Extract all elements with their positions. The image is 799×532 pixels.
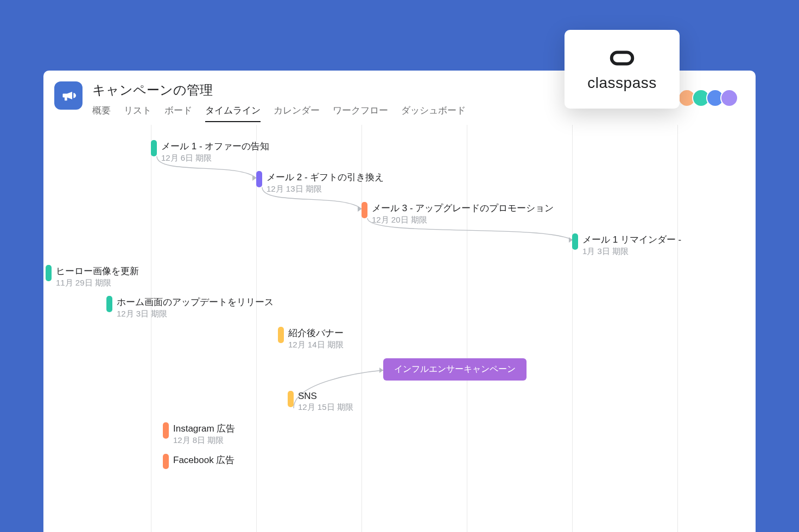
task-text: Facebook 広告: [173, 454, 234, 466]
task-instagram-ads[interactable]: Instagram 広告 12月 8日 期限: [163, 422, 235, 446]
gridline: [467, 125, 467, 532]
tab-list[interactable]: リスト: [124, 104, 151, 122]
task-pill: [256, 171, 262, 187]
task-date: 11月 29日 期限: [56, 278, 139, 288]
gridline: [572, 125, 573, 532]
task-date: 12月 6日 期限: [161, 153, 269, 163]
svg-marker-0: [252, 175, 256, 181]
app-window: キャンペーンの管理 概要 リスト ボード タイムライン カレンダー ワークフロー…: [43, 71, 756, 532]
task-home-update[interactable]: ホーム画面のアップデートをリリース 12月 3日 期限: [106, 296, 274, 319]
task-title: メール 1 リマインダー -: [582, 233, 681, 246]
tab-workflow[interactable]: ワークフロー: [333, 104, 388, 122]
task-title: 紹介後バナー: [288, 327, 344, 339]
task-mail-1[interactable]: メール 1 - オファーの告知 12月 6日 期限: [151, 140, 269, 163]
task-text: メール 2 - ギフトの引き換え 12月 13日 期限: [267, 171, 384, 194]
task-date: 12月 15日 期限: [298, 402, 353, 413]
tab-timeline[interactable]: タイムライン: [205, 104, 261, 122]
task-mail-1-reminder[interactable]: メール 1 リマインダー - 1月 3日 期限: [572, 233, 681, 257]
task-title: ホーム画面のアップデートをリリース: [117, 296, 274, 308]
tab-board[interactable]: ボード: [164, 104, 192, 122]
task-title: インフルエンサーキャンペーン: [394, 364, 516, 373]
task-title: メール 1 - オファーの告知: [161, 140, 269, 153]
gridline: [677, 125, 678, 532]
task-title: SNS: [298, 391, 353, 402]
task-text: メール 3 - アップグレードのプロモーション 12月 20日 期限: [372, 202, 554, 225]
megaphone-icon: [61, 88, 76, 103]
project-icon-megaphone: [54, 81, 83, 110]
task-text: SNS 12月 15日 期限: [298, 391, 353, 413]
task-pill: [278, 327, 284, 343]
task-date: 12月 3日 期限: [117, 309, 274, 319]
task-title: Instagram 広告: [173, 422, 235, 435]
classpass-icon: [606, 47, 638, 71]
task-date: 12月 13日 期限: [267, 184, 384, 194]
task-date: 12月 20日 期限: [372, 215, 554, 225]
task-hero-image[interactable]: ヒーロー画像を更新 11月 29日 期限: [46, 265, 139, 288]
task-pill: [106, 296, 112, 312]
svg-marker-1: [358, 206, 362, 212]
task-pill: [151, 140, 157, 156]
task-text: ヒーロー画像を更新 11月 29日 期限: [56, 265, 139, 288]
task-title: メール 2 - ギフトの引き換え: [267, 171, 384, 183]
svg-marker-3: [379, 368, 383, 373]
task-referral-banner[interactable]: 紹介後バナー 12月 14日 期限: [278, 327, 344, 350]
timeline-area[interactable]: メール 1 - オファーの告知 12月 6日 期限 メール 2 - ギフトの引き…: [43, 125, 756, 532]
task-text: 紹介後バナー 12月 14日 期限: [288, 327, 344, 350]
task-text: メール 1 - オファーの告知 12月 6日 期限: [161, 140, 269, 163]
task-sns[interactable]: SNS 12月 15日 期限: [288, 391, 353, 413]
classpass-text: classpass: [587, 74, 656, 92]
task-date: 12月 8日 期限: [173, 435, 235, 446]
tab-dashboard[interactable]: ダッシュボード: [401, 104, 466, 122]
gridline: [151, 125, 151, 532]
avatar[interactable]: [720, 89, 738, 107]
task-title: Facebook 広告: [173, 454, 234, 466]
task-pill: [572, 233, 578, 250]
task-mail-2[interactable]: メール 2 - ギフトの引き換え 12月 13日 期限: [256, 171, 384, 194]
task-date: 1月 3日 期限: [582, 246, 681, 257]
task-title: ヒーロー画像を更新: [56, 265, 139, 277]
task-pill: [46, 265, 52, 281]
task-influencer-campaign[interactable]: インフルエンサーキャンペーン: [383, 358, 527, 381]
task-pill: [362, 202, 367, 218]
task-mail-3[interactable]: メール 3 - アップグレードのプロモーション 12月 20日 期限: [362, 202, 554, 225]
task-text: メール 1 リマインダー - 1月 3日 期限: [582, 233, 681, 257]
logo-card-classpass: classpass: [565, 30, 680, 109]
task-pill: [163, 454, 169, 469]
task-pill: [288, 391, 294, 407]
tab-calendar[interactable]: カレンダー: [274, 104, 320, 122]
task-text: ホーム画面のアップデートをリリース 12月 3日 期限: [117, 296, 274, 319]
task-facebook-ads[interactable]: Facebook 広告: [163, 454, 234, 469]
tab-overview[interactable]: 概要: [92, 104, 111, 122]
task-title: メール 3 - アップグレードのプロモーション: [372, 202, 554, 214]
task-text: Instagram 広告 12月 8日 期限: [173, 422, 235, 446]
task-date: 12月 14日 期限: [288, 340, 344, 350]
task-pill: [163, 422, 169, 439]
